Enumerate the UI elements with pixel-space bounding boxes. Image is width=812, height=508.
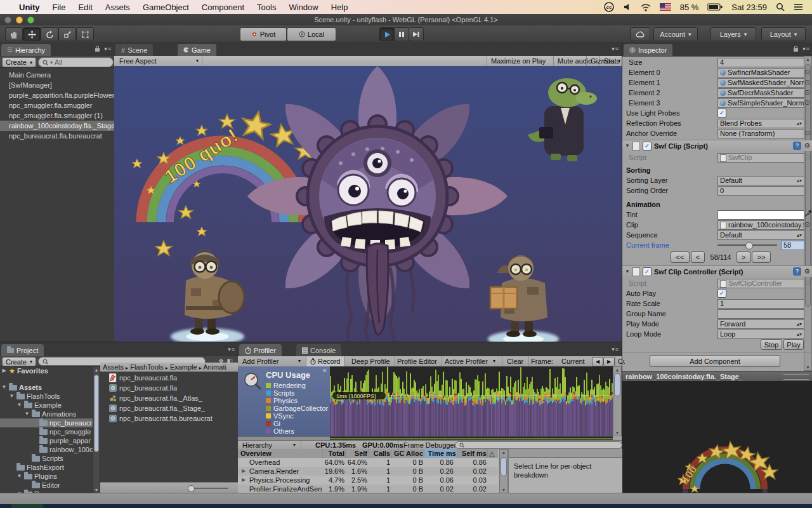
sorting-layer-dropdown[interactable]: Default▴▾ — [717, 176, 804, 185]
add-profiler-dropdown[interactable]: Add Profiler▾ — [240, 356, 306, 366]
swf-clip-component-header[interactable]: ▼ ✓ Swf Clip (Script) ? ⚙ — [622, 140, 812, 151]
current-frame-button[interactable]: Cu — [615, 356, 625, 366]
breadcrumb-animations[interactable]: Animati — [203, 363, 226, 371]
object-picker-icon[interactable]: ⊙ — [804, 279, 810, 287]
tree-item-purple-apparition[interactable]: purple_appar — [39, 436, 91, 445]
size-field[interactable]: 4 — [717, 58, 804, 67]
object-picker-icon[interactable]: ⊙ — [804, 88, 810, 97]
legend-physics[interactable]: Physics — [266, 397, 328, 404]
console-tab[interactable]: Console — [296, 344, 341, 356]
hierarchy-search-input[interactable]: ▾All — [38, 57, 114, 67]
object-picker-icon[interactable]: ⊙ — [804, 153, 810, 161]
tint-color-field[interactable] — [717, 210, 804, 220]
object-picker-icon[interactable]: ⊙ — [804, 78, 810, 86]
layers-dropdown[interactable]: Layers▾ — [710, 27, 756, 41]
col-calls[interactable]: Calls — [370, 449, 390, 458]
frame-debugger-button[interactable]: Frame Debugger — [398, 441, 462, 450]
panel-menu-icon[interactable]: ▾≡ — [228, 346, 235, 352]
component-enabled-checkbox[interactable]: ✓ — [643, 142, 652, 150]
tree-item-flashexport[interactable]: FlashExport — [16, 463, 64, 472]
tree-item-assets[interactable]: ▼Assets — [1, 383, 42, 392]
clip-field[interactable]: rainbow_100coinstoday.fla. — [717, 220, 804, 230]
breadcrumb-assets[interactable]: Assets — [103, 363, 124, 371]
input-language-flag-icon[interactable] — [660, 3, 671, 11]
component-enabled-checkbox[interactable]: ✓ — [643, 267, 652, 276]
row-foldout-icon[interactable]: ▶ — [242, 467, 248, 476]
tree-item-flashtools[interactable]: ▼FlashTools — [9, 392, 60, 401]
help-icon[interactable]: ? — [793, 142, 801, 150]
tree-item-example[interactable]: ▼Example — [16, 401, 62, 410]
breadcrumb-example[interactable]: Example — [170, 363, 197, 371]
drag-handle-icon[interactable] — [783, 374, 809, 380]
play-mode-dropdown[interactable]: Forward▴▾ — [717, 319, 804, 329]
file-npc-bureaucrat-asset[interactable]: ⚙ npc_bureaucrat.fla — [109, 383, 177, 393]
project-tab[interactable]: Project — [1, 344, 44, 356]
step-button[interactable] — [409, 27, 424, 41]
account-dropdown[interactable]: Account▾ — [653, 27, 698, 41]
file-npc-bureaucrat-fla[interactable]: npc_bureaucrat.fla — [109, 373, 177, 383]
table-row[interactable]: Profiler.FinalizeAndSend 1.9% 1.9% 1 0 B… — [238, 485, 498, 493]
current-frame-value-field[interactable]: 58 — [781, 241, 804, 250]
eyedropper-icon[interactable] — [804, 210, 811, 219]
swf-clip-controller-component-header[interactable]: ▼ ✓ Swf Clip Controller (Script) ? ⚙ — [622, 265, 812, 277]
record-button[interactable]: Record — [306, 356, 344, 366]
local-toggle-button[interactable]: Local — [287, 27, 336, 41]
sequence-dropdown[interactable]: Default▴▾ — [717, 231, 804, 240]
pause-button[interactable] — [394, 27, 409, 41]
game-tab[interactable]: Game — [178, 44, 216, 56]
legend-scripts[interactable]: Scripts — [266, 389, 328, 397]
object-picker-icon[interactable]: ⊙ — [804, 68, 810, 76]
scale-tool-button[interactable] — [58, 27, 76, 41]
gear-icon[interactable]: ⚙ — [804, 142, 810, 150]
panel-menu-icon[interactable]: ▾≡ — [802, 46, 810, 52]
frame-last-button[interactable]: >> — [752, 251, 771, 263]
file-npc-bureaucrat-atlas[interactable]: npc_bureaucrat.fla._Atlas_ — [109, 393, 202, 403]
profiler-search-input[interactable] — [455, 441, 622, 449]
reflection-probes-dropdown[interactable]: Blend Probes▴▾ — [717, 119, 804, 128]
aspect-dropdown[interactable]: Free Aspect▾ — [117, 56, 202, 66]
frame-forward-button[interactable]: ▶ — [603, 357, 615, 366]
element1-field[interactable]: SwfMaskedShader_Normal_1 — [717, 78, 804, 88]
tree-item-editor[interactable]: Editor — [32, 481, 60, 490]
object-picker-icon[interactable]: ⊙ — [804, 98, 810, 107]
help-icon[interactable]: ? — [793, 267, 801, 276]
hierarchy-item-swfmanager[interactable]: [SwfManager] — [0, 80, 114, 90]
col-gc-alloc[interactable]: GC Alloc — [393, 449, 423, 458]
tree-item-npc-bureaucrat[interactable]: npc_bureaucr — [0, 418, 93, 427]
row-foldout-icon[interactable]: ▶ — [242, 476, 248, 485]
tree-item-rainbow[interactable]: rainbow_100c — [39, 445, 93, 454]
active-profiler-dropdown[interactable]: Active Profiler▾ — [441, 356, 502, 366]
auto-play-checkbox[interactable]: ✓ — [717, 289, 726, 298]
notification-center-icon[interactable] — [794, 3, 803, 11]
gear-icon[interactable]: ⚙ — [804, 267, 810, 276]
object-picker-icon[interactable]: ⊙ — [804, 129, 810, 137]
element2-field[interactable]: SwfDecrMaskShader — [717, 88, 804, 98]
gizmos-dropdown-button[interactable]: Gizmos▾ — [586, 56, 623, 66]
loop-mode-dropdown[interactable]: Loop▴▾ — [717, 330, 804, 339]
anchor-override-field[interactable]: None (Transform) — [717, 129, 804, 138]
menu-gameobject[interactable]: GameObject — [136, 3, 195, 12]
clear-button[interactable]: Clear — [502, 356, 529, 366]
rect-tool-button[interactable] — [76, 27, 94, 41]
table-row[interactable]: ▶ Physics.Processing 4.7% 2.5% 1 0 B 0.0… — [238, 476, 498, 485]
add-component-button[interactable]: Add Component — [650, 355, 780, 367]
hierarchy-item-purple-apparition[interactable]: purple_apparition.fla.purpleFlower — [0, 90, 114, 100]
wifi-icon[interactable] — [641, 3, 651, 11]
hierarchy-item-rainbow-stage[interactable]: rainbow_100coinstoday.fla._Stage — [0, 121, 114, 131]
rate-scale-field[interactable]: 1 — [717, 299, 804, 309]
legend-others[interactable]: Others — [266, 427, 328, 435]
element0-field[interactable]: SwfIncrMaskShader — [717, 68, 804, 77]
close-icon[interactable]: ✕ — [322, 367, 327, 374]
sorting-order-field[interactable]: 0 — [717, 186, 804, 196]
profiler-chart-scrollbar[interactable]: ▲ ▼ — [613, 366, 622, 436]
foldout-icon[interactable]: ▼ — [625, 269, 630, 274]
lock-icon[interactable] — [95, 45, 100, 53]
hand-tool-button[interactable] — [5, 27, 23, 41]
preview-header[interactable]: rainbow_100coinstoday.fla._Stage_ — [622, 371, 812, 382]
hierarchy-item-npc-bureaucrat[interactable]: npc_bureaucrat.fla.bureaucrat — [0, 131, 114, 141]
menu-tools[interactable]: Tools — [251, 3, 282, 12]
menu-assets[interactable]: Assets — [99, 3, 136, 12]
object-picker-icon[interactable]: ⊙ — [804, 220, 810, 229]
menu-help[interactable]: Help — [325, 3, 355, 12]
panel-menu-icon[interactable]: ▾≡ — [612, 46, 619, 52]
